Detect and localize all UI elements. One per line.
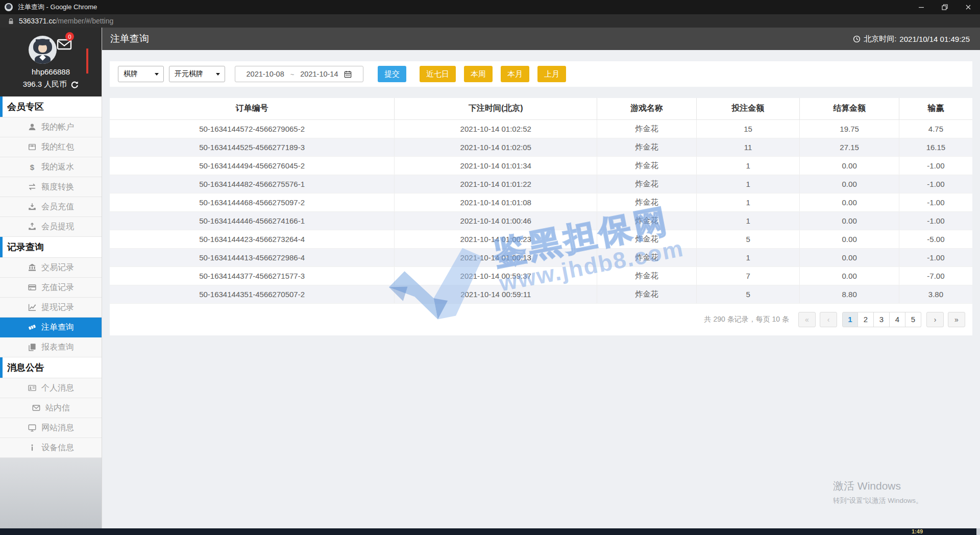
date-to-value: 2021-10-14 [300,70,338,78]
clock-label: 北京时间: [864,34,896,44]
sidebar-item-label: 我的返水 [41,162,74,173]
this-week-button[interactable]: 本周 [464,66,493,82]
game-name-cell: 炸金花 [597,119,696,138]
page-number-group: 12345 [842,312,921,327]
refresh-icon[interactable] [70,81,79,89]
order-id-cell: 50-1634144423-4566273264-4 [110,230,395,248]
bet-time-cell: 2021-10-14 00:59:11 [395,285,597,303]
table-body: 50-1634144572-4566279065-22021-10-14 01:… [110,119,972,303]
browser-titlebar: 注单查询 - Google Chrome [0,0,980,14]
page-button-1[interactable]: 1 [842,312,858,327]
balance-row: 396.3 人民币 [0,80,102,89]
minimize-icon [917,3,925,11]
pagination-summary: 共 290 条记录，每页 10 条 [704,315,790,324]
chart-icon [28,303,37,311]
sidebar-item-site-mail[interactable]: 站内信 [0,398,102,418]
date-from-value: 2021-10-08 [247,70,284,78]
order-id-cell: 50-1634144468-4566275097-2 [110,193,395,211]
bet-time-cell: 2021-10-14 01:02:05 [395,138,597,156]
filter-bar: 棋牌 开元棋牌 2021-10-08 ~ 2021-10-14 [110,61,972,87]
sidebar-item-member-withdraw[interactable]: 会员提现 [0,217,102,237]
bet-amount-cell: 1 [696,248,800,266]
table-row: 50-1634144423-4566273264-42021-10-14 01:… [110,230,972,248]
user-icon [28,123,37,131]
sidebar-item-label: 我的帐户 [41,122,74,133]
win-loss-cell: 4.75 [899,119,972,138]
sidebar-item-device-info[interactable]: 设备信息 [0,438,102,458]
section-header-label: 会员专区 [7,101,44,113]
bet-time-cell: 2021-10-14 01:01:08 [395,193,597,211]
sidebar-item-quota-transfer[interactable]: 额度转换 [0,177,102,197]
order-id-cell: 50-1634144446-4566274166-1 [110,211,395,230]
close-button[interactable] [957,0,980,14]
sidebar-item-label: 报表查询 [41,342,74,353]
first-page-button[interactable]: « [798,312,816,327]
last-page-button[interactable]: » [948,312,965,327]
this-month-button[interactable]: 本月 [501,66,529,82]
game-name-cell: 炸金花 [597,156,696,175]
mail-icon [32,404,41,412]
order-id-cell: 50-1634144482-4566275576-1 [110,175,395,193]
game-category-select[interactable]: 棋牌 [118,66,164,82]
address-bar[interactable]: 5363371.cc/member/#/betting [0,14,980,28]
beijing-time: 北京时间: 2021/10/14 01:49:25 [853,34,970,44]
bet-amount-cell: 1 [696,211,800,230]
next-page-button[interactable]: › [926,312,944,327]
submit-button[interactable]: 提交 [378,66,406,82]
sidebar-item-label: 网站消息 [41,423,74,433]
sidebar-item-member-deposit[interactable]: 会员充值 [0,197,102,217]
table-row: 50-1634144377-4566271577-32021-10-14 00:… [110,266,972,285]
bet-amount-cell: 5 [696,230,800,248]
page-button-2[interactable]: 2 [858,312,874,327]
win-loss-cell: -7.00 [899,266,972,285]
bet-amount-cell: 1 [696,193,800,211]
sidebar-item-label: 我的红包 [41,142,74,153]
page-button-5[interactable]: 5 [905,312,921,327]
sidebar-item-bet-query[interactable]: 注单查询 [0,318,102,337]
sidebar-item-transaction-records[interactable]: 交易记录 [0,258,102,278]
section-header-label: 记录查询 [7,241,44,253]
calendar-icon [344,70,352,78]
activation-title: 激活 Windows [833,479,923,493]
sidebar-item-red-packet[interactable]: 我的红包 [0,137,102,157]
page-title: 注单查询 [110,32,149,45]
sidebar-item-label: 个人消息 [41,383,74,394]
date-range-input[interactable]: 2021-10-08 ~ 2021-10-14 [235,66,363,82]
table-header-row: 订单编号下注时间(北京)游戏名称投注金额结算金额输赢 [110,98,972,119]
minimize-button[interactable] [910,0,933,14]
game-platform-select[interactable]: 开元棋牌 [169,66,225,82]
page-button-4[interactable]: 4 [890,312,905,327]
sidebar-item-withdrawal-records[interactable]: 提现记录 [0,298,102,318]
win-loss-cell: -1.00 [899,156,972,175]
sidebar-item-personal-messages[interactable]: 个人消息 [0,378,102,398]
mail-badge: 0 [65,32,74,41]
bet-time-cell: 2021-10-14 01:00:13 [395,248,597,266]
bank-icon [28,263,37,272]
sidebar-item-my-rebate[interactable]: $我的返水 [0,157,102,177]
column-header-game-name: 游戏名称 [597,98,696,119]
table-row: 50-1634144572-4566279065-22021-10-14 01:… [110,119,972,138]
column-header-order-id: 订单编号 [110,98,395,119]
prev-page-button[interactable]: ‹ [820,312,837,327]
page-button-3[interactable]: 3 [874,312,890,327]
settle-amount-cell: 0.00 [800,193,899,211]
sidebar-item-deposit-records[interactable]: 充值记录 [0,278,102,298]
settle-amount-cell: 0.00 [800,211,899,230]
order-id-cell: 50-1634144525-4566277189-3 [110,138,395,156]
table-row: 50-1634144351-4566270507-22021-10-14 00:… [110,285,972,303]
sidebar-item-my-account[interactable]: 我的帐户 [0,117,102,137]
section-accent-bar [0,357,3,378]
game-category-value: 棋牌 [124,69,138,79]
sidebar-item-report-query[interactable]: 报表查询 [0,337,102,357]
settle-amount-cell: 0.00 [800,156,899,175]
avatar[interactable] [29,36,57,64]
sidebar-item-label: 提现记录 [41,302,74,313]
last-7-days-button[interactable]: 近七日 [420,66,456,82]
restore-button[interactable] [933,0,957,14]
sidebar-item-label: 额度转换 [41,182,74,192]
bet-records-table: 订单编号下注时间(北京)游戏名称投注金额结算金额输赢 50-1634144572… [110,98,972,304]
info-icon [28,444,37,452]
last-month-button[interactable]: 上月 [537,66,566,82]
lock-icon [7,17,15,25]
sidebar-item-site-messages[interactable]: 网站消息 [0,418,102,438]
